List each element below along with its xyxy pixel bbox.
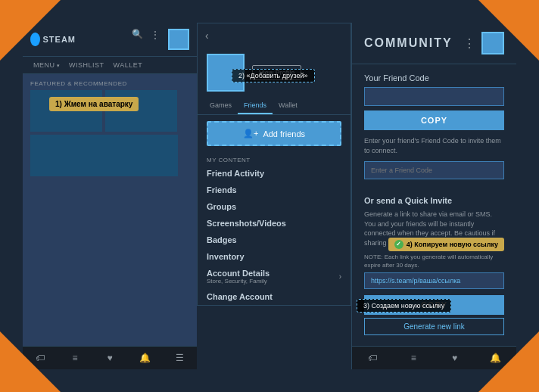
steam-circle-icon [30,33,40,46]
tab-friends[interactable]: Friends [238,98,273,114]
menu-item-change-account[interactable]: Change Account [198,288,351,305]
community-header: COMMUNITY ⋮ [352,23,516,64]
back-button[interactable]: ‹ [198,23,351,48]
add-friends-button[interactable]: 👤+ Add friends [207,121,341,146]
tab-wallet[interactable]: Wallet [273,98,304,114]
expires-note: NOTE: Each link you generate will automa… [364,253,504,269]
avatar-button[interactable] [168,29,189,50]
annotation-4-box: ✓ 4) Копируем новую ссылку [388,238,504,251]
link-url-input[interactable] [364,272,504,289]
tag-icon[interactable]: 🏷 [33,351,47,365]
checkmark-icon: ✓ [394,240,403,249]
quick-invite-label: Or send a Quick Invite [364,196,504,205]
community-heart-icon[interactable]: ♥ [448,351,462,365]
community-content: Your Friend Code COPY Enter your friend'… [352,64,516,346]
left-bottom-bar: 🏷 ≡ ♥ 🔔 ☰ [23,346,197,369]
annotation-3-box: 3) Создаем новую ссылку [357,299,451,313]
community-more-icon[interactable]: ⋮ [463,36,475,51]
menu-item-inventory[interactable]: Inventory [198,248,351,265]
quick-invite-section: Or send a Quick Invite Generate a link t… [364,196,504,335]
generate-new-link-button[interactable]: Generate new link [364,318,504,335]
steam-label: STEAM [43,35,76,44]
friend-code-label: Your Friend Code [364,73,504,82]
menu-icon[interactable]: ☰ [173,351,186,365]
annotation-1: 1) Жмем на аватарку [49,97,139,111]
menu-item-friend-activity[interactable]: Friend Activity [198,165,351,182]
menu-item-account-details[interactable]: Account Details Store, Security, Family … [198,265,351,288]
steam-header: STEAM 🔍 ⋮ [23,23,197,57]
friend-code-section: Your Friend Code COPY Enter your friend'… [364,73,504,187]
annotation-4-wrapper: ✓ 4) Копируем новую ссылку NOTE: Each li… [364,253,504,292]
generate-link-wrapper: 3) Создаем новую ссылку Generate new lin… [364,318,504,335]
community-library-icon[interactable]: ≡ [407,351,420,365]
enter-friend-code-input[interactable] [364,161,504,179]
bell-icon[interactable]: 🔔 [138,351,151,365]
menu-item-badges[interactable]: Badges [198,232,351,248]
tab-menu[interactable]: MENU▾ [29,57,64,73]
menu-item-friends[interactable]: Friends [198,182,351,198]
community-bottom-bar: 🏷 ≡ ♥ 🔔 [352,346,516,369]
annotation-2: 2) «Добавить друзей» [232,69,315,82]
menu-item-screenshots[interactable]: Screenshots/Videos [198,215,351,232]
profile-mini-tabs: Games Friends Wallet [198,98,351,115]
featured-label: FEATURED & RECOMMENDED [23,74,197,90]
middle-panel: ‹ View Profile 2) «Добавить друзей» Game… [197,23,352,369]
copy-friend-code-button[interactable]: COPY [364,110,504,130]
steam-nav-icons: 🔍 ⋮ [132,29,189,50]
steam-tabs: MENU▾ WISHLIST WALLET [23,57,197,74]
right-panel: COMMUNITY ⋮ Your Friend Code COPY Enter … [352,23,516,369]
menu-item-groups[interactable]: Groups [198,198,351,215]
friend-code-input[interactable] [364,87,504,106]
tab-wallet[interactable]: WALLET [109,57,148,73]
tab-wishlist[interactable]: WISHLIST [64,57,109,73]
search-icon[interactable]: 🔍 [132,29,144,41]
heart-icon[interactable]: ♥ [103,351,117,365]
main-container: STEAM 🔍 ⋮ MENU▾ WISHLIST WALLET 1) Жмем … [23,23,516,369]
left-content: FEATURED & RECOMMENDED [23,74,197,346]
community-bell-icon[interactable]: 🔔 [489,351,503,365]
my-content-label: MY CONTENT [198,152,351,165]
profile-dropdown: ‹ View Profile 2) «Добавить друзей» Game… [197,23,351,306]
add-friends-icon: 👤+ [243,129,258,138]
tab-games[interactable]: Games [204,98,238,114]
community-avatar[interactable] [481,32,504,54]
left-panel: STEAM 🔍 ⋮ MENU▾ WISHLIST WALLET 1) Жмем … [23,23,197,369]
more-icon[interactable]: ⋮ [150,29,162,41]
invite-note: Enter your friend's Friend Code to invit… [364,136,504,155]
thumbnail-3 [30,135,178,176]
community-title: COMMUNITY [364,36,453,50]
account-arrow-icon: › [339,272,341,281]
community-tag-icon[interactable]: 🏷 [366,351,379,365]
library-icon[interactable]: ≡ [68,351,82,365]
steam-logo: STEAM [30,33,76,46]
